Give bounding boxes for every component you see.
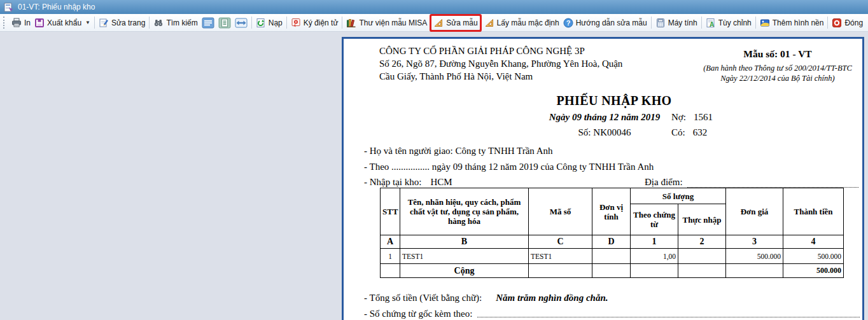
digital-sign-label: Ký điện tử: [304, 18, 339, 27]
separator: [251, 17, 252, 29]
view-fit-width-icon: [235, 17, 248, 29]
digital-sign-button[interactable]: Ký điện tử: [289, 16, 340, 30]
add-background-button[interactable]: Thêm hình nền: [758, 16, 826, 30]
col-qty-actual: Thực nhập: [678, 204, 726, 235]
total-in-words-value: Năm trăm nghìn đồng chẵn.: [496, 293, 608, 303]
edit-template-label: Sửa mẫu: [446, 18, 477, 27]
cell-qty-actual: [678, 249, 726, 264]
default-template-label: Lấy mẫu mặc định: [497, 18, 559, 27]
customize-label: Tùy chỉnh: [718, 18, 752, 27]
print-button[interactable]: In: [10, 16, 32, 30]
attached-docs-label: - Số chứng từ gốc kèm theo:: [364, 309, 472, 319]
col-amount: Thành tiền: [783, 188, 844, 235]
deliverer-line: - Họ và tên người giao: Công ty TNHH Trầ…: [364, 146, 553, 157]
view-fit-width-button[interactable]: [234, 16, 249, 30]
export-button[interactable]: Xuất khẩu ▼: [32, 16, 92, 30]
calculator-button[interactable]: Máy tính: [654, 16, 699, 30]
binoculars-icon: [153, 18, 164, 28]
reload-button[interactable]: Nạp: [254, 16, 284, 30]
search-label: Tìm kiếm: [166, 18, 197, 27]
save-icon: [34, 18, 45, 28]
total-in-words-line: - Tổng số tiền (Viết bằng chữ):Năm trăm …: [364, 293, 608, 303]
close-icon: [832, 18, 842, 28]
separator: [286, 17, 287, 29]
attached-docs-dotted-line: [477, 317, 860, 317]
column-letter-row: A B C D 1 2 3 4: [381, 235, 844, 249]
col-unit-price: Đơn giá: [726, 188, 783, 235]
calculator-icon: [655, 18, 666, 28]
misa-template-library-button[interactable]: Thư viện mẫu MISA: [344, 16, 429, 30]
total-amount: 500.000: [783, 264, 844, 278]
company-name: CÔNG TY CỔ PHẦN GIẢI PHÁP CÔNG NGHỆ 3P: [379, 45, 629, 57]
refresh-icon: [256, 18, 266, 28]
toolbar-grip[interactable]: [3, 17, 7, 29]
document-page[interactable]: CÔNG TY CỔ PHẦN GIẢI PHÁP CÔNG NGHỆ 3P S…: [342, 37, 864, 320]
table-header-row: STT Tên, nhãn hiệu, quy cách, phẩm chất …: [381, 188, 844, 204]
total-in-words-label: - Tổng số tiền (Viết bằng chữ):: [364, 293, 482, 303]
col-unit: Đơn vị tính: [592, 188, 631, 235]
window-titlebar: 01-VT: Phiếu nhập kho: [0, 0, 868, 14]
chevron-down-icon[interactable]: ▼: [85, 20, 90, 25]
col-code: Mã số: [529, 188, 592, 235]
svg-text:A: A: [710, 21, 714, 28]
credit-account: Có:632: [671, 127, 707, 138]
export-label: Xuất khẩu: [47, 18, 81, 27]
cell-qty-doc: 1,00: [631, 249, 678, 264]
col-quantity-group: Số lượng: [631, 188, 726, 204]
company-block: CÔNG TY CỔ PHẦN GIẢI PHÁP CÔNG NGHỆ 3P S…: [379, 45, 629, 83]
view-continuous-button[interactable]: [200, 16, 216, 30]
cell-unit-price: 500.000: [726, 249, 783, 264]
print-label: In: [24, 18, 31, 27]
edit-template-button[interactable]: Sửa mẫu: [431, 16, 479, 30]
document: CÔNG TY CỔ PHẦN GIẢI PHÁP CÔNG NGHỆ 3P S…: [344, 39, 862, 320]
cell-code: TEST1: [529, 249, 592, 264]
preview-area: CÔNG TY CỔ PHẦN GIẢI PHÁP CÔNG NGHỆ 3P S…: [0, 32, 868, 320]
customize-button[interactable]: A Tùy chỉnh: [704, 16, 753, 30]
separator: [755, 17, 756, 29]
edit-page-button[interactable]: Sửa trang: [97, 16, 147, 30]
setsquare-icon: [484, 18, 494, 28]
search-button[interactable]: Tìm kiếm: [151, 16, 199, 30]
items-table: STT Tên, nhãn hiệu, quy cách, phẩm chất …: [380, 188, 844, 278]
debit-account: Nợ:1561: [671, 112, 713, 123]
cell-stt: 1: [381, 249, 400, 264]
setsquare-icon: [433, 18, 444, 28]
col-name: Tên, nhãn hiệu, quy cách, phẩm chất vật …: [400, 188, 529, 235]
warehouse-value: HCM: [430, 177, 452, 187]
form-number: Mẫu số: 01 - VT: [691, 48, 864, 60]
toolbar: In Xuất khẩu ▼ Sửa trang Tìm kiếm Nạp Ký…: [0, 14, 868, 32]
separator: [651, 17, 652, 29]
separator: [827, 17, 828, 29]
background-image-icon: [760, 18, 770, 28]
table-row: 1 TEST1 TEST1 1,00 500.000 500.000: [381, 249, 844, 264]
total-label: Cộng: [400, 264, 529, 278]
reload-label: Nạp: [269, 18, 283, 27]
svg-text:?: ?: [566, 19, 570, 27]
view-single-page-button[interactable]: [217, 16, 232, 30]
close-button[interactable]: Đóng: [830, 16, 865, 30]
calculator-label: Máy tính: [668, 18, 697, 27]
close-label: Đóng: [844, 18, 863, 27]
view-continuous-icon: [202, 17, 214, 29]
total-row: Cộng 500.000: [381, 264, 844, 278]
cell-amount: 500.000: [783, 249, 844, 264]
misa-template-library-label: Thư viện mẫu MISA: [359, 18, 427, 27]
warehouse-label: - Nhập tại kho:: [364, 177, 421, 187]
attached-docs-line: - Số chứng từ gốc kèm theo:: [364, 309, 860, 319]
books-icon: [346, 18, 356, 28]
question-icon: ?: [563, 18, 573, 28]
default-template-button[interactable]: Lấy mẫu mặc định: [482, 16, 561, 30]
cell-unit: [592, 249, 631, 264]
view-single-page-icon: [218, 17, 231, 29]
template-help-button[interactable]: ? Hướng dẫn sửa mẫu: [561, 16, 649, 30]
form-number-block: Mẫu số: 01 - VT (Ban hành theo Thông tư …: [691, 48, 864, 83]
form-issued-note: (Ban hành theo Thông tư số 200/2014/TT-B…: [691, 63, 864, 83]
separator: [149, 17, 150, 29]
col-qty-doc: Theo chứng từ: [631, 204, 678, 235]
edit-page-label: Sửa trang: [111, 18, 145, 27]
separator: [342, 17, 342, 29]
col-stt: STT: [381, 188, 400, 235]
edit-page-icon: [99, 18, 109, 28]
add-background-label: Thêm hình nền: [773, 18, 824, 27]
document-title: PHIẾU NHẬP KHO: [363, 94, 865, 108]
